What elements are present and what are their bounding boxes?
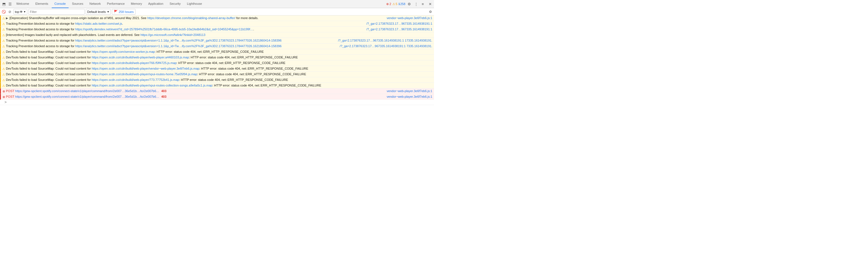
warn-triangle-icon: ⚠ (2, 22, 5, 26)
console-row: ⊗POST https://gew-spclient.spotify.com/c… (0, 89, 434, 94)
issues-count: 258 (400, 2, 405, 6)
console-message-content: Tracking Prevention blocked access to st… (6, 21, 366, 26)
console-message-content: POST https://gew-spclient.spotify.com/co… (6, 89, 387, 93)
console-row: ⚠Tracking Prevention blocked access to s… (0, 38, 434, 43)
prompt-icon: > (4, 100, 7, 104)
console-link[interactable]: https://developer.chrome.com/blog/enabli… (147, 16, 235, 20)
console-row: ⚠Tracking Prevention blocked access to s… (0, 27, 434, 32)
console-link[interactable]: https://open.scdn.co/cdn/build/web-playe… (92, 78, 179, 81)
console-row-source[interactable]: vendor~web-player.3e6f7eb6.js:1 (387, 89, 434, 93)
warn-badge[interactable]: ⚠ 5 (393, 2, 398, 6)
console-row: ⚠Tracking Prevention blocked access to s… (0, 43, 434, 49)
console-row-source[interactable]: vendor~web-player.3e6f7eb6.js:1 (387, 94, 434, 99)
warn-triangle-icon: ⚠ (2, 67, 5, 71)
tab-memory[interactable]: Memory (128, 0, 145, 8)
tab-performance[interactable]: Performance (104, 0, 128, 8)
console-row: ⚠DevTools failed to load SourceMap: Coul… (0, 66, 434, 72)
preserve-log-button[interactable]: ⊘ (7, 9, 12, 14)
tab-welcome[interactable]: Welcome (13, 0, 32, 8)
console-message-content: [Intervention] Images loaded lazily and … (6, 33, 434, 37)
console-link[interactable]: https://open.spotify.com/service-worker.… (92, 50, 155, 53)
console-message-content: Tracking Prevention blocked access to st… (6, 27, 366, 31)
tab-network[interactable]: Network (87, 0, 103, 8)
close-devtools-icon[interactable]: ✕ (427, 1, 433, 7)
devtools-dock-icon[interactable]: ⬒ (1, 1, 7, 7)
console-row: ⚠[Intervention] Images loaded lazily and… (0, 32, 434, 38)
context-eye-icon: 👁 (20, 10, 23, 13)
console-row: ⚠DevTools failed to load SourceMap: Coul… (0, 72, 434, 77)
error-count: 2 (389, 2, 391, 6)
levels-chevron-icon: ▼ (107, 10, 110, 13)
console-link[interactable]: https://static.ads-twitter.com/uwt.js (75, 22, 122, 25)
console-message-content: DevTools failed to load SourceMap: Could… (6, 72, 434, 76)
console-message-content: DevTools failed to load SourceMap: Could… (6, 77, 434, 82)
filter-input[interactable] (28, 9, 85, 14)
tab-console[interactable]: Console (52, 0, 69, 8)
console-message-content: POST https://gew-spclient.spotify.com/co… (6, 94, 387, 99)
customize-icon[interactable]: ⋮ (413, 1, 419, 7)
levels-label: Default levels (87, 10, 106, 13)
clear-console-button[interactable]: 🚫 (1, 9, 6, 14)
tab-sources[interactable]: Sources (69, 0, 86, 8)
console-link[interactable]: https://open.scdn.co/cdn/build/web-playe… (92, 67, 199, 70)
tab-security[interactable]: Security (167, 0, 184, 8)
console-message-content: DevTools failed to load SourceMap: Could… (6, 61, 434, 65)
tab-right-icons: ⊗ 2 ⚠ 5 ℹ 258 ⚙ ⋮ ≡ (386, 1, 426, 7)
error-circle-icon: ⊗ (386, 2, 389, 6)
console-row: ⚠DevTools failed to load SourceMap: Coul… (0, 55, 434, 60)
warn-triangle-icon: ⚠ (2, 27, 5, 32)
warn-triangle-icon: ⚠ (2, 72, 5, 77)
console-link[interactable]: https://go.microsoft.com/fwlink/?linkid=… (141, 33, 206, 36)
error-circle-icon: ⊗ (3, 95, 5, 99)
console-row: ⚠Tracking Prevention blocked access to s… (0, 21, 434, 27)
issues-button[interactable]: 🚩 258 Issues (112, 9, 135, 14)
settings-icon[interactable]: ⚙ (406, 1, 412, 7)
console-row: ⚠DevTools failed to load SourceMap: Coul… (0, 60, 434, 66)
console-row-source[interactable]: /?_ga=2.173876323.17…967335.1614938191:1 (366, 21, 434, 26)
console-prompt-row[interactable]: > (0, 100, 434, 105)
tab-application[interactable]: Application (145, 0, 166, 8)
http-method: POST (6, 89, 15, 93)
console-row-source[interactable]: /?_ga=2.173876323.17…967335.1614938191:1 (366, 27, 434, 31)
levels-select[interactable]: Default levels ▼ (86, 9, 111, 14)
console-link[interactable]: https://open.scdn.co/cdn/build/web-playe… (92, 84, 212, 87)
warn-triangle-icon: ⚠ (393, 2, 395, 6)
http-method: POST (6, 95, 15, 98)
warn-triangle-icon: ⚠ (2, 61, 5, 65)
console-row: ⚠DevTools failed to load SourceMap: Coul… (0, 77, 434, 83)
console-link[interactable]: https://open.scdn.co/cdn/build/web-playe… (92, 61, 177, 65)
context-selector[interactable]: top 👁 ▼ (13, 9, 27, 14)
http-status: 403 (160, 89, 166, 93)
console-link[interactable]: https://open.scdn.co/cdn/build/web-playe… (92, 56, 189, 59)
error-circle-icon: ⊗ (3, 89, 5, 94)
console-message-content: DevTools failed to load SourceMap: Could… (6, 49, 434, 54)
console-message-content: DevTools failed to load SourceMap: Could… (6, 55, 434, 60)
console-settings-icon[interactable]: ⚙ (428, 9, 433, 14)
context-value: top (15, 10, 19, 13)
devtools-mobile-icon[interactable]: ☰ (7, 1, 13, 7)
tab-elements[interactable]: Elements (33, 0, 51, 8)
console-link[interactable]: https://spotify.demdex.net/event?d_cid=2… (75, 28, 253, 31)
tab-lighthouse[interactable]: Lighthouse (184, 0, 205, 8)
error-badge[interactable]: ⊗ 2 (386, 2, 391, 6)
console-body: ⚠▶ [Deprecation] SharedArrayBuffer will … (0, 15, 434, 135)
issues-flag-icon: 🚩 (114, 10, 118, 13)
expand-arrow-icon[interactable]: ▶ (6, 16, 9, 20)
warn-triangle-icon: ⚠ (2, 16, 5, 21)
warn-count: 5 (396, 2, 398, 6)
issues-badge[interactable]: ℹ 258 (399, 2, 405, 6)
error-link[interactable]: https://gew-spclient.spotify.com/connect… (15, 95, 159, 98)
console-link[interactable]: https://analytics.twitter.com/i/adsct?ty… (75, 39, 282, 42)
console-row-source[interactable]: /?_ga=2.173876323.17…967335.1614938191:1… (340, 44, 434, 48)
console-row-source[interactable]: vendor~web-player.3e6f7eb6.js:1 (387, 16, 434, 20)
devtools-tabs-bar: ⬒ ☰ Welcome Elements Console Sources Net… (0, 0, 434, 8)
warn-triangle-icon: ⚠ (2, 50, 5, 54)
console-row: ⚠▶ [Deprecation] SharedArrayBuffer will … (0, 15, 434, 21)
more-tabs-icon[interactable]: ≡ (420, 1, 426, 7)
error-link[interactable]: https://gew-spclient.spotify.com/connect… (15, 89, 159, 93)
console-link[interactable]: https://analytics.twitter.com/i/adsct?ty… (75, 44, 282, 48)
console-link[interactable]: https://open.scdn.co/cdn/build/web-playe… (92, 72, 197, 76)
http-status: 403 (160, 95, 166, 98)
context-chevron-icon: ▼ (23, 10, 26, 13)
console-row-source[interactable]: /?_ga=2.173876323.17…967335.1614938191:1… (338, 38, 434, 43)
